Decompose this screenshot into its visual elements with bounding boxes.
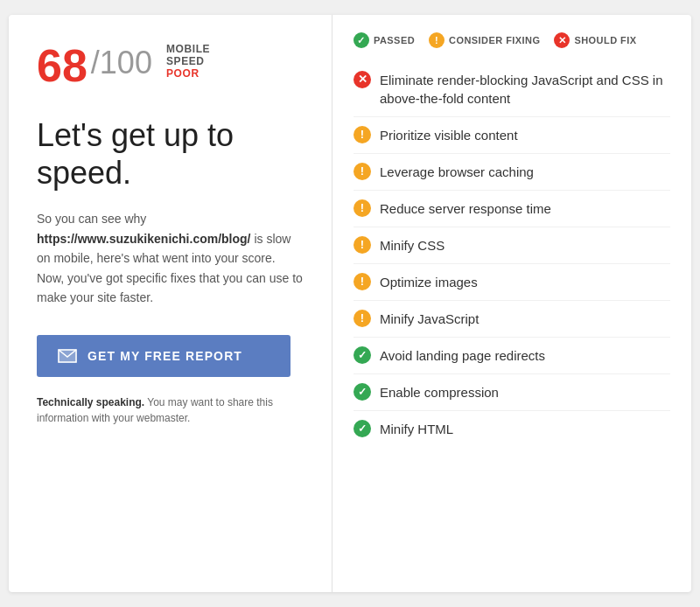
right-panel: ✓ PASSED ! CONSIDER FIXING ✕ SHOULD FIX … <box>332 15 691 592</box>
description-prefix: So you can see why <box>37 212 146 226</box>
description: So you can see why https://www.suzukiken… <box>37 209 304 307</box>
consider-icon: ! <box>429 32 444 48</box>
footer-note: Technically speaking. You may want to sh… <box>37 394 304 426</box>
list-item: ✕Eliminate render-blocking JavaScript an… <box>354 62 670 117</box>
yellow-bang-icon: ! <box>354 310 371 327</box>
list-item: ✓Enable compression <box>354 374 670 411</box>
list-item: !Prioritize visible content <box>354 117 670 154</box>
item-text: Avoid landing page redirects <box>380 346 545 365</box>
passed-icon: ✓ <box>354 32 369 48</box>
yellow-bang-icon: ! <box>354 126 371 143</box>
legend-should: ✕ SHOULD FIX <box>554 32 636 48</box>
score-label: MOBILE SPEED POOR <box>166 43 210 80</box>
should-icon: ✕ <box>554 32 570 48</box>
green-check-icon: ✓ <box>354 383 371 401</box>
yellow-bang-icon: ! <box>354 199 371 217</box>
left-panel: 68 /100 MOBILE SPEED POOR Let's get up t… <box>9 15 332 592</box>
legend: ✓ PASSED ! CONSIDER FIXING ✕ SHOULD FIX <box>354 32 670 48</box>
main-card: 68 /100 MOBILE SPEED POOR Let's get up t… <box>9 15 691 592</box>
green-check-icon: ✓ <box>354 346 371 364</box>
legend-passed-label: PASSED <box>374 35 415 45</box>
score-label-speed: SPEED <box>166 55 210 67</box>
item-text: Minify HTML <box>380 420 453 438</box>
yellow-bang-icon: ! <box>354 163 371 180</box>
list-item: ✓Avoid landing page redirects <box>354 338 670 374</box>
legend-consider-label: CONSIDER FIXING <box>449 35 540 45</box>
score-value: 68 <box>37 43 88 88</box>
item-text: Leverage browser caching <box>380 163 534 181</box>
main-heading: Let's get up to speed. <box>37 116 304 192</box>
score-section: 68 /100 MOBILE SPEED POOR <box>37 43 304 88</box>
list-item: ✓Minify HTML <box>354 411 670 447</box>
legend-passed: ✓ PASSED <box>354 32 415 48</box>
item-text: Minify JavaScript <box>380 310 479 328</box>
legend-should-label: SHOULD FIX <box>574 35 636 45</box>
email-icon <box>58 349 77 363</box>
score-label-mobile: MOBILE <box>166 43 210 55</box>
item-text: Prioritize visible content <box>380 126 518 144</box>
list-item: !Optimize images <box>354 264 670 301</box>
list-item: !Minify CSS <box>354 227 670 264</box>
yellow-bang-icon: ! <box>354 273 371 290</box>
yellow-bang-icon: ! <box>354 236 371 254</box>
list-item: !Minify JavaScript <box>354 301 670 338</box>
site-url: https://www.suzukikenichi.com/blog/ <box>37 232 251 246</box>
legend-consider: ! CONSIDER FIXING <box>429 32 540 48</box>
item-text: Enable compression <box>380 383 499 401</box>
item-text: Minify CSS <box>380 236 444 255</box>
cta-button[interactable]: GET MY FREE REPORT <box>37 335 290 377</box>
item-text: Eliminate render-blocking JavaScript and… <box>380 71 670 108</box>
list-item: !Leverage browser caching <box>354 154 670 191</box>
item-text: Reduce server response time <box>380 199 551 218</box>
score-denominator: /100 <box>91 43 152 84</box>
cta-label: GET MY FREE REPORT <box>88 349 242 363</box>
items-list: ✕Eliminate render-blocking JavaScript an… <box>354 62 670 447</box>
green-check-icon: ✓ <box>354 420 371 437</box>
footer-bold: Technically speaking. <box>37 396 144 408</box>
red-x-icon: ✕ <box>354 71 371 88</box>
score-label-poor: POOR <box>166 67 210 80</box>
item-text: Optimize images <box>380 273 478 291</box>
list-item: !Reduce server response time <box>354 191 670 227</box>
